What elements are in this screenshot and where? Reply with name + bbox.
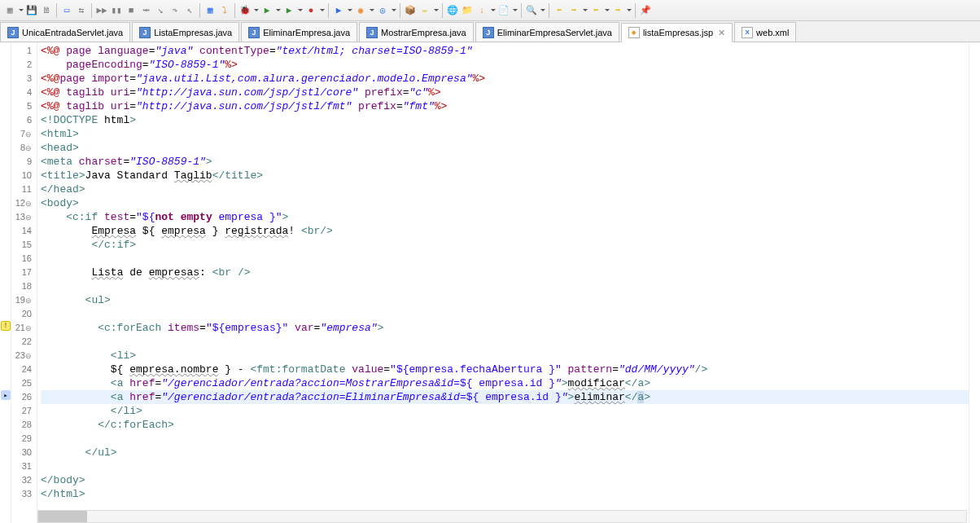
server3-dropdown[interactable] [391, 4, 396, 17]
run-dropdown[interactable] [275, 4, 281, 17]
line-number[interactable]: 10 [13, 169, 32, 182]
next-dropdown[interactable] [626, 4, 632, 17]
debug-icon[interactable]: 🐞 [238, 4, 252, 17]
start-server-icon[interactable]: ▶ [332, 4, 345, 17]
last-dropdown[interactable] [604, 4, 610, 17]
code-line[interactable]: </html> [41, 487, 977, 501]
type-icon[interactable]: ✏ [418, 4, 431, 17]
code-line[interactable]: </c:if> [41, 238, 977, 252]
code-line[interactable] [41, 459, 977, 473]
code-line[interactable]: <%@ page language="java" contentType="te… [41, 44, 977, 58]
tab-unicaentradaservlet[interactable]: J UnicaEntradaServlet.java [0, 22, 130, 42]
line-number[interactable]: 22 [13, 335, 32, 349]
suspend-icon[interactable]: ▮▮ [110, 4, 123, 17]
line-number[interactable]: 30 [13, 446, 32, 459]
line-number[interactable]: 7⊖ [13, 127, 32, 141]
tab-mostrarempresa[interactable]: J MostrarEmpresa.java [359, 22, 474, 42]
line-number[interactable]: 2 [13, 58, 32, 72]
line-number-gutter[interactable]: 1234567⊖8⊖9101112⊖13⊖141516171819⊖2021⊖2… [11, 42, 37, 523]
line-number[interactable]: 27 [13, 404, 32, 418]
line-number[interactable]: 32 [13, 473, 32, 487]
code-line[interactable]: <html> [41, 127, 977, 141]
line-number[interactable]: 12⊖ [13, 196, 32, 210]
tab-web-xml[interactable]: web.xml [734, 22, 796, 42]
code-line[interactable]: ${ empresa.nombre } - <fmt:formatDate va… [41, 363, 977, 376]
line-number[interactable]: 16 [13, 252, 32, 266]
code-line[interactable]: <!DOCTYPE html> [41, 113, 977, 127]
debug-dropdown[interactable] [253, 4, 259, 17]
code-line[interactable]: </li> [41, 404, 977, 418]
line-number[interactable]: 28 [13, 418, 32, 432]
toggle-breadcrumb-icon[interactable]: ▭ [60, 4, 73, 17]
code-line[interactable]: <meta charset="ISO-8859-1"> [41, 155, 977, 169]
line-number[interactable]: 6 [13, 113, 32, 127]
overview-ruler[interactable] [969, 42, 980, 523]
code-line[interactable]: <title>Java Standard Taglib</title> [41, 169, 977, 182]
line-number[interactable]: 3 [13, 72, 32, 86]
code-line[interactable] [41, 335, 977, 349]
new-web-icon[interactable]: 🌐 [446, 4, 459, 17]
code-line[interactable]: </body> [41, 473, 977, 487]
code-line[interactable]: <ul> [41, 293, 977, 307]
code-line[interactable]: pageEncoding="ISO-8859-1"%> [41, 58, 977, 72]
tab-eliminarempresaservlet[interactable]: J EliminarEmpresaServlet.java [475, 22, 619, 42]
step-return-icon[interactable]: ↖ [183, 4, 196, 17]
coverage-dropdown[interactable] [297, 4, 303, 17]
new-package-icon[interactable]: 📦 [404, 4, 417, 17]
new-folder-icon[interactable]: 📁 [461, 4, 474, 17]
code-line[interactable] [41, 279, 977, 293]
save-icon[interactable]: 💾 [25, 4, 38, 17]
disconnect-icon[interactable]: ⥈ [139, 4, 152, 17]
tab-listaempresas[interactable]: J ListaEmpresas.java [132, 22, 239, 42]
line-number[interactable]: 1 [13, 44, 32, 58]
publish-icon[interactable]: ◎ [376, 4, 389, 17]
type-dropdown[interactable] [433, 4, 439, 17]
last-edit-icon[interactable]: ⬅ [589, 4, 602, 17]
save-all-icon[interactable]: 🗎 [40, 4, 53, 17]
line-number[interactable]: 4 [13, 86, 32, 99]
back-icon[interactable]: ⬅ [553, 4, 566, 17]
scrollbar-thumb[interactable] [38, 511, 87, 522]
line-number[interactable]: 14 [13, 224, 32, 238]
code-line[interactable]: Lista de empresas: <br /> [41, 266, 977, 279]
link-editor-icon[interactable]: ⇆ [75, 4, 88, 17]
line-number[interactable]: 31 [13, 459, 32, 473]
line-number[interactable]: 21⊖ [13, 321, 32, 335]
line-number[interactable]: 17 [13, 266, 32, 279]
new-file-icon[interactable]: 📄 [497, 4, 510, 17]
code-line[interactable]: <c:if test="${not empty empresa }"> [41, 210, 977, 224]
search-dropdown[interactable] [540, 4, 545, 17]
code-line[interactable] [41, 432, 977, 446]
line-number[interactable]: 24 [13, 363, 32, 376]
run-icon[interactable]: ▶ [260, 4, 273, 17]
run-last-dropdown[interactable] [319, 4, 325, 17]
code-line[interactable]: </c:forEach> [41, 418, 977, 432]
search-icon[interactable]: 🔍 [525, 4, 538, 17]
tab-listaempresas-jsp[interactable]: listaEmpresas.jsp ✕ [621, 23, 733, 42]
toggle-mark-icon[interactable]: ▦ [203, 4, 217, 17]
line-number[interactable]: 20 [13, 307, 32, 321]
line-number[interactable]: 26 [13, 390, 32, 404]
next-annotation-icon[interactable]: ⤵ [218, 4, 231, 17]
line-number[interactable]: 33 [13, 487, 32, 501]
line-number[interactable]: 5 [13, 99, 32, 113]
code-line[interactable]: </head> [41, 182, 977, 196]
code-line[interactable]: <a href="/gerenciador/entrada?accion=Mos… [41, 376, 977, 390]
tab-eliminarempresa[interactable]: J EliminarEmpresa.java [241, 22, 357, 42]
code-line[interactable] [41, 307, 977, 321]
line-number[interactable]: 18 [13, 279, 32, 293]
code-line[interactable]: <a href="/gerenciador/entrada?accion=Eli… [41, 390, 977, 404]
line-number[interactable]: 25 [13, 376, 32, 390]
code-line[interactable]: <li> [41, 349, 977, 363]
step-over-icon[interactable]: ↷ [168, 4, 182, 17]
coverage-icon[interactable]: ▶ [282, 4, 295, 17]
code-line[interactable]: Empresa ${ empresa } registrada! <br/> [41, 224, 977, 238]
file-dropdown[interactable] [512, 4, 518, 17]
line-number[interactable]: 15 [13, 238, 32, 252]
code-editor[interactable]: <%@ page language="java" contentType="te… [37, 42, 980, 523]
line-number[interactable]: 19⊖ [13, 293, 32, 307]
line-number[interactable]: 29 [13, 432, 32, 446]
code-line[interactable]: </ul> [41, 446, 977, 459]
warning-marker[interactable]: ! [1, 321, 11, 331]
resume-icon[interactable]: ▶▶ [95, 4, 108, 17]
